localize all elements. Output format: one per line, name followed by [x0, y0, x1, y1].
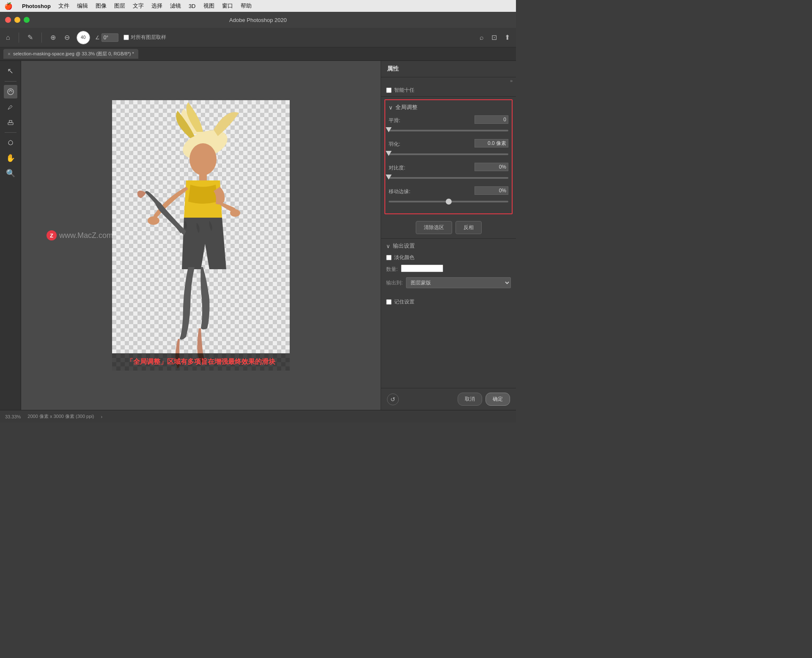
menu-filter[interactable]: 滤镜 — [170, 2, 181, 10]
menu-3d[interactable]: 3D — [189, 3, 196, 9]
arrange-icon[interactable]: ⊡ — [490, 32, 499, 43]
smart-portrait-row: 智能十任 — [381, 84, 516, 97]
contrast-slider[interactable] — [389, 175, 508, 181]
menu-text[interactable]: 文字 — [133, 2, 144, 10]
smooth-thumb[interactable] — [386, 127, 392, 132]
tab-bar: × selection-masking-space.jpeg @ 33.3% (… — [0, 47, 516, 61]
svg-rect-11 — [199, 172, 207, 180]
share-icon[interactable]: ⬆ — [503, 32, 512, 43]
shift-edge-label-row: 移动边缘: — [389, 186, 508, 197]
angle-control: ∠ — [95, 33, 118, 42]
panel-title: 属性 — [381, 61, 516, 77]
bottom-actions: ↺ 取消 确定 — [381, 388, 516, 410]
shift-edge-thumb[interactable] — [446, 199, 452, 205]
zoom-tool[interactable]: 🔍 — [4, 167, 17, 180]
toolbar: ⌂ ✎ ⊕ ⊖ 40 ∠ 对所有图层取样 ⌕ ⊡ ⬆ — [0, 28, 516, 47]
output-to-select[interactable]: 图层蒙版 — [406, 277, 511, 288]
global-adjust-section: ∨ 全局调整 平滑: 羽化: — [384, 99, 513, 214]
output-section-title[interactable]: ∨ 输出设置 — [386, 242, 511, 250]
clear-selection-button[interactable]: 清除选区 — [416, 221, 452, 234]
global-adjust-label: 全局调整 — [395, 104, 417, 111]
menu-help[interactable]: 帮助 — [241, 2, 252, 10]
remember-settings-label: 记住设置 — [394, 298, 414, 306]
brush-icon[interactable]: ✎ — [26, 32, 35, 43]
global-adjust-title[interactable]: ∨ 全局调整 — [389, 104, 508, 111]
add-circle-icon[interactable]: ⊕ — [49, 32, 58, 43]
angle-input[interactable] — [102, 33, 118, 42]
svg-rect-2 — [9, 120, 12, 123]
sample-all-layers-label: 对所有图层取样 — [131, 34, 166, 41]
close-button[interactable] — [5, 17, 11, 23]
global-adjust-chevron: ∨ — [389, 104, 393, 111]
cancel-button[interactable]: 取消 — [458, 393, 482, 406]
panel-more-icon[interactable]: » — [381, 77, 516, 84]
feather-thumb[interactable] — [386, 151, 392, 156]
move-tool[interactable]: ↖ — [4, 64, 17, 78]
ok-button[interactable]: 确定 — [486, 393, 510, 406]
shift-edge-value-input[interactable] — [475, 186, 508, 195]
home-icon[interactable]: ⌂ — [4, 32, 12, 43]
amount-row: 数量: — [386, 265, 511, 274]
hand-tool[interactable]: ✋ — [4, 151, 17, 165]
smooth-label-row: 平滑: — [389, 115, 508, 126]
reset-button[interactable]: ↺ — [387, 393, 399, 405]
annotation-text: 「全局调整」区域有多项旨在增强最终效果的滑块 — [112, 353, 290, 371]
menu-window[interactable]: 窗口 — [222, 2, 233, 10]
feather-track — [389, 153, 508, 155]
app-name[interactable]: Photoshop — [22, 3, 51, 9]
amount-input[interactable] — [401, 265, 443, 272]
purify-color-checkbox[interactable] — [386, 255, 392, 260]
search-icon[interactable]: ⌕ — [478, 32, 486, 43]
invert-button[interactable]: 反相 — [455, 221, 482, 234]
feather-label: 羽化: — [389, 141, 400, 148]
lasso-tool[interactable] — [4, 136, 17, 150]
close-tab-icon[interactable]: × — [8, 51, 11, 57]
shift-edge-slider[interactable] — [389, 198, 508, 205]
smart-portrait-checkbox[interactable] — [386, 87, 392, 93]
remember-settings-row: 记住设置 — [381, 295, 516, 309]
brush-size-indicator[interactable]: 40 — [77, 31, 90, 44]
contrast-row: 对比度: — [389, 163, 508, 181]
window-controls — [5, 17, 30, 23]
feather-value-input[interactable] — [475, 139, 508, 147]
minimize-button[interactable] — [14, 17, 20, 23]
smooth-value-input[interactable] — [475, 115, 508, 124]
stamp-tool[interactable] — [4, 115, 17, 129]
nav-arrow[interactable]: › — [101, 414, 102, 419]
quick-selection-tool[interactable] — [4, 85, 17, 98]
output-to-label: 输出到: — [386, 279, 403, 287]
smooth-slider[interactable] — [389, 127, 508, 134]
image-dimensions: 2000 像素 x 3000 像素 (300 ppi) — [27, 413, 94, 420]
toolbar-sep-2 — [41, 33, 42, 43]
brush-size-value: 40 — [81, 35, 85, 40]
tool-sep-1 — [5, 81, 16, 82]
output-chevron: ∨ — [386, 243, 390, 249]
menu-edit[interactable]: 编辑 — [77, 2, 88, 10]
title-bar: Adobe Photoshop 2020 — [0, 12, 516, 28]
angle-icon: ∠ — [95, 35, 100, 41]
menu-layer[interactable]: 图层 — [114, 2, 125, 10]
svg-rect-1 — [8, 123, 13, 125]
menu-select[interactable]: 选择 — [151, 2, 162, 10]
shift-edge-track — [389, 201, 508, 202]
contrast-label: 对比度: — [389, 164, 405, 172]
left-toolbar: ↖ ✋ 🔍 — [0, 61, 21, 410]
document-tab[interactable]: × selection-masking-space.jpeg @ 33.3% (… — [3, 49, 138, 59]
brush-tool[interactable] — [4, 100, 17, 114]
sample-all-layers-checkbox[interactable] — [123, 35, 129, 40]
smart-portrait-label: 智能十任 — [394, 87, 414, 94]
status-bar: 33.33% 2000 像素 x 3000 像素 (300 ppi) › — [0, 410, 516, 423]
menu-file[interactable]: 文件 — [58, 2, 69, 10]
canvas-area[interactable]: Z www.MacZ.com — [21, 61, 381, 410]
right-panel: 属性 » 智能十任 ∨ 全局调整 平滑: — [381, 61, 516, 410]
contrast-thumb[interactable] — [386, 175, 392, 180]
feather-slider[interactable] — [389, 151, 508, 158]
subtract-circle-icon[interactable]: ⊖ — [63, 32, 71, 43]
apple-menu[interactable]: 🍎 — [4, 2, 13, 10]
remember-settings-checkbox[interactable] — [386, 299, 392, 305]
contrast-value-input[interactable] — [475, 163, 508, 171]
menu-view[interactable]: 视图 — [203, 2, 214, 10]
maximize-button[interactable] — [24, 17, 30, 23]
menu-image[interactable]: 图像 — [96, 2, 107, 10]
selection-buttons-row: 清除选区 反相 — [381, 217, 516, 238]
